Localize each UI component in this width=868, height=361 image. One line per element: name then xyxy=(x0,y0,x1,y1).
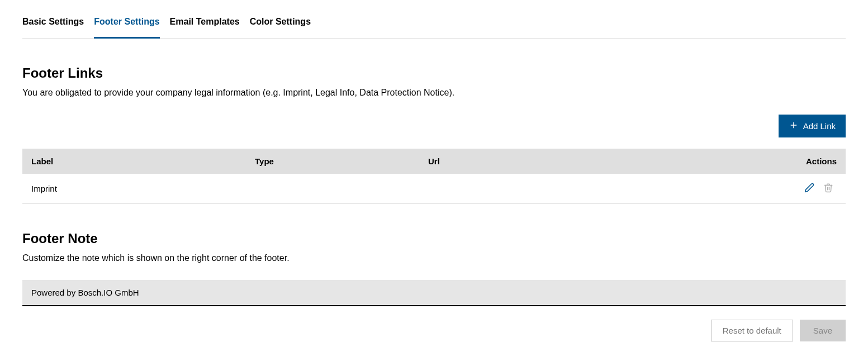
delete-button[interactable] xyxy=(820,182,837,196)
cell-type xyxy=(246,174,419,204)
table-header-row: Label Type Url Actions xyxy=(22,149,846,174)
column-header-actions: Actions xyxy=(779,149,846,174)
footer-links-title: Footer Links xyxy=(22,65,846,81)
table-row: Imprint xyxy=(22,174,846,204)
column-header-type: Type xyxy=(246,149,419,174)
edit-button[interactable] xyxy=(801,182,818,196)
tab-footer-settings[interactable]: Footer Settings xyxy=(94,11,159,39)
add-link-button[interactable]: Add Link xyxy=(779,115,846,137)
pencil-icon xyxy=(804,186,814,194)
footer-note-description: Customize the note which is shown on the… xyxy=(22,253,846,263)
cell-url xyxy=(419,174,779,204)
footer-links-description: You are obligated to provide your compan… xyxy=(22,88,846,98)
tab-email-templates[interactable]: Email Templates xyxy=(170,11,240,39)
column-header-label: Label xyxy=(22,149,246,174)
tab-color-settings[interactable]: Color Settings xyxy=(250,11,311,39)
trash-icon xyxy=(823,186,833,194)
settings-tabs: Basic Settings Footer Settings Email Tem… xyxy=(22,11,846,39)
column-header-url: Url xyxy=(419,149,779,174)
reset-to-default-button[interactable]: Reset to default xyxy=(711,320,793,341)
plus-icon xyxy=(789,120,799,132)
save-button[interactable]: Save xyxy=(800,320,846,341)
footer-links-table: Label Type Url Actions Imprint xyxy=(22,149,846,204)
bottom-action-bar: Reset to default Save xyxy=(22,320,846,341)
cell-label: Imprint xyxy=(22,174,246,204)
add-link-button-label: Add Link xyxy=(803,121,836,131)
footer-note-title: Footer Note xyxy=(22,231,846,246)
footer-note-input[interactable] xyxy=(22,280,846,306)
tab-basic-settings[interactable]: Basic Settings xyxy=(22,11,84,39)
